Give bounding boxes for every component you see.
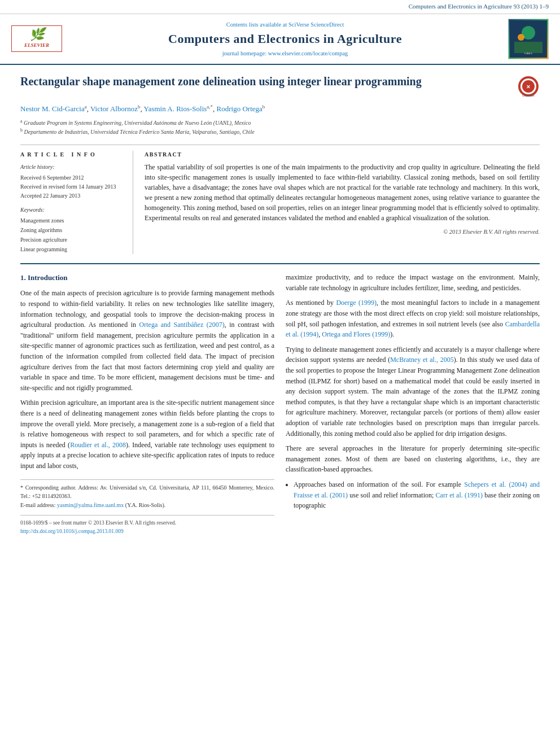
elsevier-label: ELSEVIER [24, 42, 49, 49]
doerge-ref[interactable]: Doerge (1999) [336, 299, 377, 307]
homepage-prefix: journal homepage: [222, 50, 268, 56]
bottom-copyright: 0168-1699/$ – see front matter © 2013 El… [20, 515, 274, 535]
copyright-line: © 2013 Elsevier B.V. All rights reserved… [145, 228, 540, 236]
footnote-area: * Corresponding author. Address: Av. Uni… [20, 479, 274, 510]
keywords-label: Keywords: [20, 206, 125, 215]
svg-text:✕: ✕ [526, 84, 531, 90]
article-info-col: A R T I C L E I N F O Article history: R… [20, 151, 133, 255]
article-content: Rectangular shape management zone deline… [0, 65, 560, 545]
svg-point-3 [518, 34, 524, 41]
svg-rect-2 [514, 42, 542, 53]
svg-text:CrossMark: CrossMark [522, 94, 535, 97]
journal-banner: 🌿 ELSEVIER Contents lists available at S… [0, 14, 560, 65]
journal-title: Computers and Electronics in Agriculture [68, 30, 502, 48]
section1-heading: 1. Introduction [20, 272, 274, 283]
journal-reference-header: Computers and Electronics in Agriculture… [0, 0, 560, 14]
abstract-label: ABSTRACT [145, 151, 540, 159]
abstract-col: ABSTRACT The spatial variability of soil… [145, 151, 540, 255]
keyword-2: Zoning algorithms [20, 225, 125, 235]
keywords-section: Keywords: Management zones Zoning algori… [20, 206, 125, 255]
footnote-email: E-mail address: yasmin@yalma.fime.uanl.m… [20, 501, 274, 510]
body-para-r4: There are several approaches in the lite… [286, 443, 540, 475]
accepted-date: Accepted 22 January 2013 [20, 191, 125, 200]
article-info-label: A R T I C L E I N F O [20, 151, 125, 159]
received-date: Received 6 September 2012 [20, 173, 125, 182]
keyword-3: Precision agriculture [20, 235, 125, 244]
sciverse-link[interactable]: SciVerse ScienceDirect [288, 21, 344, 28]
schepers-ref[interactable]: Schepers et al. (2004) and Fraisse et al… [294, 480, 540, 499]
author4[interactable]: Rodrigo Ortega [217, 104, 262, 113]
article-history-label: Article history: [20, 163, 125, 172]
homepage-line: journal homepage: www.elsevier.com/locat… [68, 49, 502, 58]
mcbratney-ref[interactable]: McBratney et al., 2005 [390, 356, 453, 364]
doi-link[interactable]: http://dx.doi.org/10.1016/j.compag.2013.… [20, 527, 274, 536]
abstract-text: The spatial variability of soil properti… [145, 162, 540, 223]
homepage-link[interactable]: www.elsevier.com/locate/compag [268, 50, 348, 56]
body-col-left: 1. Introduction One of the main aspects … [20, 272, 274, 535]
article-history-section: Article history: Received 6 September 20… [20, 163, 125, 200]
article-title: Rectangular shape management zone deline… [20, 74, 509, 89]
info-abstract-columns: A R T I C L E I N F O Article history: R… [20, 145, 540, 255]
keyword-4: Linear programming [20, 244, 125, 254]
crossmark-badge[interactable]: ✕ CrossMark [517, 75, 540, 98]
journal-ref-text: Computers and Electronics in Agriculture… [409, 3, 549, 10]
author3[interactable]: Yasmin A. Rios-Solis [144, 104, 207, 113]
received-revised-date: Received in revised form 14 January 2013 [20, 182, 125, 191]
sciverse-line: Contents lists available at SciVerse Sci… [68, 20, 502, 29]
copyright-notice: 0168-1699/$ – see front matter © 2013 El… [20, 519, 274, 527]
keyword-1: Management zones [20, 216, 125, 225]
approaches-list: Approaches based on information of the s… [286, 479, 540, 511]
roudier-ref[interactable]: Roudier et al., 2008 [70, 441, 126, 449]
email-link[interactable]: yasmin@yalma.fime.uanl.mx [57, 502, 124, 508]
bullet-item-1: Approaches based on information of the s… [294, 479, 540, 511]
carr-ref[interactable]: Carr et al. (1991) [436, 491, 483, 499]
sciverse-prefix: Contents lists available at [226, 21, 288, 28]
body-para-2: Within precision agriculture, an importa… [20, 397, 274, 471]
author1[interactable]: Nestor M. Cid-Garcia [20, 104, 85, 113]
affiliations: a Graduate Program in Systems Engineerin… [20, 118, 540, 137]
body-para-r2: As mentioned by Doerge (1999), the most … [286, 298, 540, 339]
svg-text:C&EA: C&EA [524, 52, 532, 55]
author2[interactable]: Victor Albornoz [90, 104, 138, 113]
body-columns: 1. Introduction One of the main aspects … [20, 263, 540, 535]
journal-center-block: Contents lists available at SciVerse Sci… [68, 20, 502, 58]
ortega-ref[interactable]: Ortega and Santibáñez (2007) [139, 321, 225, 329]
footnote-star-text: * Corresponding author. Address: Av. Uni… [20, 483, 274, 501]
journal-cover-image: C&EA [508, 19, 549, 59]
authors-line: Nestor M. Cid-Garciaa, Victor Albornozb,… [20, 103, 540, 115]
body-col-right: maximize productivity, and to reduce the… [286, 272, 540, 535]
tree-icon: 🌿 [29, 28, 45, 41]
body-para-r3: Trying to delineate management zones eff… [286, 344, 540, 439]
article-title-block: Rectangular shape management zone deline… [20, 74, 540, 98]
ortega-flores-ref[interactable]: Ortega and Flores (1999) [322, 330, 390, 338]
affiliation-b: b Departamento de Industrias, Universida… [20, 127, 540, 136]
elsevier-logo: 🌿 ELSEVIER [11, 25, 62, 52]
affiliation-a: a Graduate Program in Systems Engineerin… [20, 118, 540, 127]
body-para-r1: maximize productivity, and to reduce the… [286, 272, 540, 293]
body-para-1: One of the main aspects of precision agr… [20, 288, 274, 393]
